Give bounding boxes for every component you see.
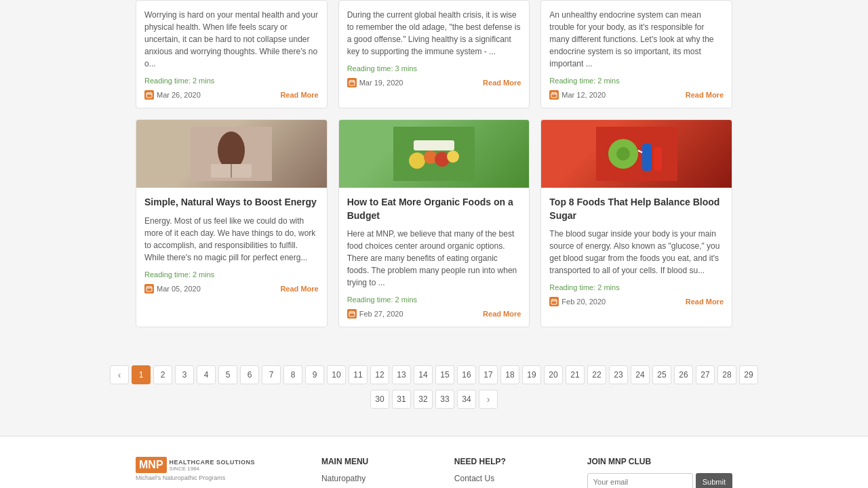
blog-card-3: An unhealthy endocrine system can mean t…	[540, 0, 732, 108]
page-btn-5[interactable]: 5	[218, 365, 237, 384]
card-date-5: Feb 27, 2020	[359, 310, 403, 318]
read-more-1[interactable]: Read More	[280, 91, 318, 99]
page-btn-22[interactable]: 22	[587, 365, 606, 384]
page-btn-30[interactable]: 30	[370, 390, 389, 409]
page-container: Worrying is hard on your mental health a…	[0, 0, 868, 488]
svg-point-21	[409, 152, 425, 169]
svg-rect-4	[349, 81, 355, 85]
card-date-1: Mar 26, 2020	[157, 91, 201, 99]
page-btn-26[interactable]: 26	[674, 365, 693, 384]
svg-rect-25	[414, 140, 454, 150]
svg-rect-37	[551, 300, 557, 304]
page-btn-28[interactable]: 28	[717, 365, 736, 384]
card-image-4	[136, 120, 327, 188]
calendar-icon-5	[347, 309, 357, 319]
menu-naturopathy[interactable]: Naturopathy	[321, 474, 366, 483]
main-menu-list: Naturopathy About Us Store Locations Wel…	[321, 473, 427, 488]
page-btn-32[interactable]: 32	[414, 390, 433, 409]
card-date-3: Mar 12, 2020	[561, 91, 606, 99]
page-btn-29[interactable]: 29	[739, 365, 758, 384]
svg-rect-16	[146, 287, 152, 291]
page-btn-24[interactable]: 24	[631, 365, 650, 384]
email-input[interactable]	[587, 473, 693, 488]
card-title-6: Top 8 Foods That Help Balance Blood Suga…	[549, 196, 724, 222]
page-btn-1[interactable]: 1	[132, 365, 151, 384]
page-btn-27[interactable]: 27	[696, 365, 715, 384]
blog-card-1: Worrying is hard on your mental health a…	[136, 0, 328, 108]
page-btn-25[interactable]: 25	[652, 365, 671, 384]
logo-since: SINCE 1984	[170, 466, 255, 472]
cards-section: Worrying is hard on your mental health a…	[0, 0, 868, 352]
page-btn-15[interactable]: 15	[435, 365, 454, 384]
footer-need-help: NEED HELP? Contact Us Privacy Policy Ter…	[454, 457, 560, 488]
card-date-6: Feb 20, 2020	[561, 298, 606, 306]
need-help-list: Contact Us Privacy Policy Terms & Condit…	[454, 473, 560, 488]
calendar-icon-3	[549, 90, 559, 100]
page-btn-2[interactable]: 2	[153, 365, 172, 384]
page-btn-8[interactable]: 8	[283, 365, 302, 384]
cards-row-1: Worrying is hard on your mental health a…	[136, 0, 732, 108]
blog-card-6: Top 8 Foods That Help Balance Blood Suga…	[540, 119, 732, 327]
read-more-6[interactable]: Read More	[686, 298, 724, 306]
read-more-2[interactable]: Read More	[483, 79, 521, 87]
page-btn-10[interactable]: 10	[327, 365, 346, 384]
page-btn-13[interactable]: 13	[392, 365, 411, 384]
reading-time-6: Reading time: 2 mins	[549, 283, 724, 291]
join-title: Join MNP Club	[587, 457, 732, 466]
email-form: Submit	[587, 473, 732, 488]
page-btn-12[interactable]: 12	[370, 365, 389, 384]
page-btn-6[interactable]: 6	[240, 365, 259, 384]
reading-time-2: Reading time: 3 mins	[347, 64, 521, 73]
help-contact-us[interactable]: Contact Us	[454, 474, 494, 483]
svg-point-24	[447, 150, 459, 163]
page-btn-19[interactable]: 19	[522, 365, 541, 384]
cards-row-2: Simple, Natural Ways to Boost Energy Ene…	[136, 119, 732, 327]
calendar-icon-4	[144, 284, 154, 293]
svg-rect-27	[349, 312, 355, 317]
svg-point-23	[435, 152, 450, 167]
card-excerpt-3: An unhealthy endocrine system can mean t…	[549, 9, 724, 70]
prev-page-btn[interactable]: ‹	[110, 365, 129, 384]
footer: MNP HEALTHCARE SOLUTIONS SINCE 1984 Mich…	[0, 436, 868, 488]
calendar-icon-2	[347, 78, 357, 87]
page-btn-14[interactable]: 14	[414, 365, 433, 384]
page-btn-3[interactable]: 3	[175, 365, 194, 384]
reading-time-1: Reading time: 2 mins	[144, 77, 319, 85]
join-section: Join MNP Club Submit Join the MNP Health…	[587, 457, 732, 488]
footer-logo: MNP HEALTHCARE SOLUTIONS SINCE 1984 Mich…	[136, 457, 294, 481]
page-btn-7[interactable]: 7	[262, 365, 281, 384]
page-btn-31[interactable]: 31	[392, 390, 411, 409]
next-page-btn[interactable]: ›	[479, 390, 498, 409]
pagination-row-1: ‹ 1 2 3 4 5 6 7 8 9 10 11 12 13 14 15 16…	[110, 365, 758, 384]
main-menu-title: MAIN MENU	[321, 457, 427, 466]
card-image-5	[339, 120, 530, 188]
svg-rect-8	[551, 93, 557, 98]
card-excerpt-1: Worrying is hard on your mental health a…	[144, 9, 319, 70]
read-more-4[interactable]: Read More	[280, 285, 318, 293]
page-btn-18[interactable]: 18	[500, 365, 519, 384]
page-btn-23[interactable]: 23	[609, 365, 628, 384]
page-btn-33[interactable]: 33	[435, 390, 454, 409]
need-help-title: NEED HELP?	[454, 457, 560, 466]
page-btn-4[interactable]: 4	[197, 365, 216, 384]
svg-point-13	[218, 131, 245, 169]
logo-brand: HEALTHCARE SOLUTIONS	[170, 459, 255, 466]
logo-mnp: MNP	[136, 457, 167, 473]
card-image-6	[541, 120, 732, 188]
card-excerpt-6: The blood sugar inside your body is your…	[549, 228, 724, 277]
footer-main-menu: MAIN MENU Naturopathy About Us Store Loc…	[321, 457, 427, 488]
card-excerpt-2: During the current global health crisis,…	[347, 9, 521, 58]
page-btn-34[interactable]: 34	[457, 390, 476, 409]
page-btn-9[interactable]: 9	[305, 365, 324, 384]
page-btn-16[interactable]: 16	[457, 365, 476, 384]
read-more-5[interactable]: Read More	[483, 310, 521, 318]
submit-button[interactable]: Submit	[696, 473, 732, 488]
read-more-3[interactable]: Read More	[686, 91, 724, 99]
page-btn-17[interactable]: 17	[479, 365, 498, 384]
page-btn-21[interactable]: 21	[566, 365, 585, 384]
page-btn-11[interactable]: 11	[349, 365, 368, 384]
svg-rect-0	[146, 93, 152, 98]
page-btn-20[interactable]: 20	[544, 365, 563, 384]
logo-subtitle: Michael's Naturopathic Programs	[136, 474, 225, 481]
blog-card-4: Simple, Natural Ways to Boost Energy Ene…	[136, 119, 328, 327]
